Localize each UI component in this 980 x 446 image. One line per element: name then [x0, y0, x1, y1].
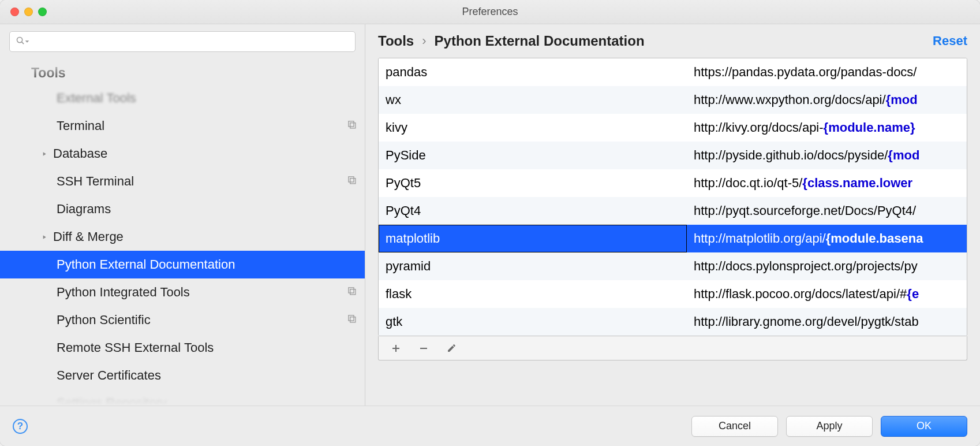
table-row[interactable]: matplotlibhttp://matplotlib.org/api/{mod…: [379, 225, 967, 252]
project-scope-icon: [347, 175, 357, 188]
breadcrumb: Tools › Python External Documentation Re…: [365, 24, 980, 58]
svg-rect-4: [349, 177, 354, 182]
url-pattern-cell: http://pyqt.sourceforge.net/Docs/PyQt4/: [687, 197, 967, 225]
sidebar-item-label: External Tools: [57, 91, 136, 106]
table-row[interactable]: gtkhttp://library.gnome.org/devel/pygtk/…: [379, 308, 967, 336]
sidebar-item[interactable]: External Tools: [0, 84, 365, 112]
sidebar-item[interactable]: Database: [0, 140, 365, 168]
sidebar-item-label: Terminal: [57, 118, 104, 133]
svg-point-0: [17, 37, 22, 42]
module-name-cell: PySide: [379, 142, 687, 169]
svg-rect-9: [350, 317, 356, 322]
sidebar-item[interactable]: Python Integrated Tools: [0, 278, 365, 306]
module-name-cell: gtk: [379, 308, 687, 336]
table-row[interactable]: PySidehttp://pyside.github.io/docs/pysid…: [379, 142, 967, 169]
breadcrumb-root: Tools: [378, 33, 414, 49]
expand-arrow-icon[interactable]: [40, 233, 47, 240]
url-pattern-cell: http://doc.qt.io/qt-5/{class.name.lower: [687, 169, 967, 197]
search-input[interactable]: [33, 36, 349, 48]
sidebar: Tools External ToolsTerminalDatabaseSSH …: [0, 24, 365, 406]
sidebar-item[interactable]: SSH Terminal: [0, 168, 365, 195]
svg-rect-8: [349, 315, 354, 321]
module-name-cell: wx: [379, 86, 687, 114]
sidebar-item[interactable]: Python External Documentation: [0, 251, 365, 278]
sidebar-item-label: Diff & Merge: [53, 229, 124, 244]
sidebar-item[interactable]: Python Scientific: [0, 306, 365, 334]
sidebar-item[interactable]: Diagrams: [0, 195, 365, 223]
sidebar-item-label: Python Integrated Tools: [57, 285, 190, 300]
module-name-cell: pandas: [379, 58, 687, 86]
svg-rect-2: [349, 121, 354, 127]
chevron-down-icon[interactable]: [24, 36, 30, 47]
sidebar-item[interactable]: Diff & Merge: [0, 223, 365, 251]
table-toolbar: [378, 336, 967, 360]
window-title: Preferences: [0, 6, 980, 18]
tree-section-header: Tools: [0, 61, 365, 84]
window-controls: [0, 8, 47, 16]
footer: ? Cancel Apply OK: [0, 406, 980, 446]
sidebar-item[interactable]: Server Certificates: [0, 362, 365, 389]
table-row[interactable]: pyramidhttp://docs.pylonsproject.org/pro…: [379, 252, 967, 280]
module-name-cell: pyramid: [379, 252, 687, 280]
svg-line-1: [22, 42, 24, 44]
url-pattern-cell: https://pandas.pydata.org/pandas-docs/: [687, 58, 967, 86]
module-name-cell: PyQt5: [379, 169, 687, 197]
reset-link[interactable]: Reset: [933, 34, 967, 49]
settings-tree[interactable]: Tools External ToolsTerminalDatabaseSSH …: [0, 59, 365, 406]
url-pattern-cell: http://flask.pocoo.org/docs/latest/api/#…: [687, 280, 967, 308]
sidebar-item-label: Remote SSH External Tools: [57, 340, 214, 355]
table-row[interactable]: wxhttp://www.wxpython.org/docs/api/{mod: [379, 86, 967, 114]
project-scope-icon: [347, 314, 357, 326]
close-window-button[interactable]: [10, 8, 19, 16]
svg-rect-5: [350, 179, 356, 184]
table-row[interactable]: pandashttps://pandas.pydata.org/pandas-d…: [379, 58, 967, 86]
svg-rect-6: [349, 288, 354, 293]
sidebar-item-label: Python External Documentation: [57, 257, 235, 272]
project-scope-icon: [347, 120, 357, 132]
edit-button[interactable]: [446, 343, 457, 354]
table-row[interactable]: kivyhttp://kivy.org/docs/api-{module.nam…: [379, 114, 967, 142]
sidebar-item[interactable]: Terminal: [0, 112, 365, 140]
sidebar-item-label: Diagrams: [57, 202, 111, 217]
help-button[interactable]: ?: [13, 419, 28, 434]
sidebar-item-label: Python Scientific: [57, 313, 151, 328]
url-pattern-cell: http://library.gnome.org/devel/pygtk/sta…: [687, 308, 967, 336]
preferences-window: Preferences: [0, 0, 980, 446]
sidebar-item-label: Settings Repository: [57, 396, 167, 406]
url-pattern-cell: http://docs.pylonsproject.org/projects/p…: [687, 252, 967, 280]
breadcrumb-leaf: Python External Documentation: [435, 33, 645, 49]
docs-table[interactable]: pandashttps://pandas.pydata.org/pandas-d…: [378, 58, 967, 336]
sidebar-item-label: Server Certificates: [57, 368, 161, 383]
titlebar: Preferences: [0, 0, 980, 24]
module-name-cell: kivy: [379, 114, 687, 142]
add-button[interactable]: [390, 343, 402, 354]
apply-button[interactable]: Apply: [786, 416, 873, 437]
minimize-window-button[interactable]: [24, 8, 33, 16]
url-pattern-cell: http://kivy.org/docs/api-{module.name}: [687, 114, 967, 142]
sidebar-item[interactable]: Remote SSH External Tools: [0, 334, 365, 362]
table-row[interactable]: PyQt5http://doc.qt.io/qt-5/{class.name.l…: [379, 169, 967, 197]
svg-rect-3: [350, 123, 356, 128]
sidebar-item[interactable]: Settings Repository: [0, 389, 365, 406]
remove-button[interactable]: [418, 343, 429, 354]
main-panel: Tools › Python External Documentation Re…: [365, 24, 980, 406]
ok-button[interactable]: OK: [881, 416, 967, 437]
module-name-cell: PyQt4: [379, 197, 687, 225]
url-pattern-cell: http://www.wxpython.org/docs/api/{mod: [687, 86, 967, 114]
sidebar-item-label: SSH Terminal: [57, 174, 134, 189]
url-pattern-cell: http://pyside.github.io/docs/pyside/{mod: [687, 142, 967, 169]
module-name-cell: flask: [379, 280, 687, 308]
svg-rect-7: [350, 289, 356, 295]
search-field[interactable]: [9, 31, 356, 52]
cancel-button[interactable]: Cancel: [691, 416, 778, 437]
table-row[interactable]: flaskhttp://flask.pocoo.org/docs/latest/…: [379, 280, 967, 308]
project-scope-icon: [347, 286, 357, 299]
table-row[interactable]: PyQt4http://pyqt.sourceforge.net/Docs/Py…: [379, 197, 967, 225]
url-pattern-cell: http://matplotlib.org/api/{module.basena: [687, 225, 967, 252]
zoom-window-button[interactable]: [38, 8, 47, 16]
expand-arrow-icon[interactable]: [40, 150, 47, 157]
sidebar-item-label: Database: [53, 146, 107, 161]
breadcrumb-separator: ›: [422, 34, 426, 49]
module-name-cell: matplotlib: [379, 225, 687, 252]
content: Tools External ToolsTerminalDatabaseSSH …: [0, 24, 980, 406]
